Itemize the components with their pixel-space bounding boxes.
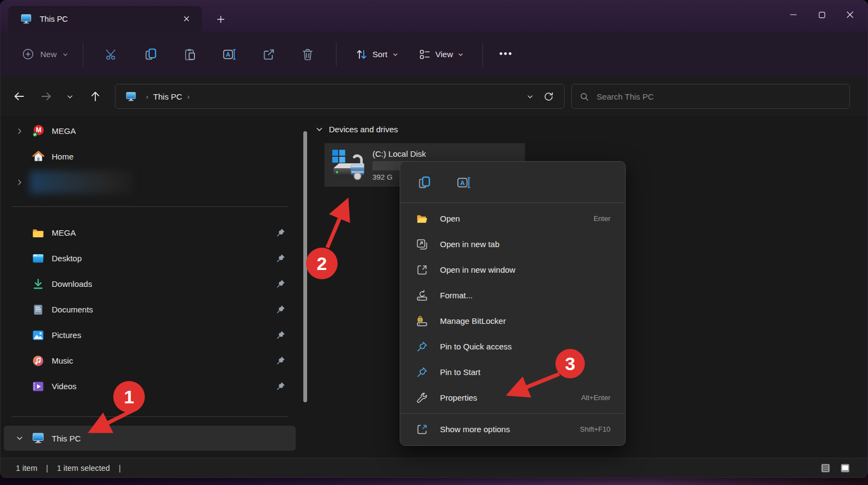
delete-button[interactable] [295, 41, 321, 67]
sidebar-item-label: Desktop [52, 254, 271, 263]
sidebar-item-redacted[interactable] [4, 169, 296, 195]
paste-button[interactable] [177, 41, 203, 67]
sort-icon [355, 48, 368, 61]
sidebar-item-this-pc[interactable]: This PC [4, 426, 296, 451]
desktop-icon [31, 252, 45, 265]
large-icons-view-button[interactable] [838, 462, 852, 475]
close-icon [846, 10, 854, 19]
search-box[interactable] [571, 84, 850, 109]
menu-item-properties[interactable]: Properties Alt+Enter [403, 385, 622, 410]
menu-item-open[interactable]: Open Enter [403, 206, 622, 231]
sidebar-item-label: Music [52, 356, 271, 365]
menu-item-manage-bitlocker[interactable]: Manage BitLocker [403, 308, 622, 334]
chevron-down-icon [66, 93, 74, 101]
sidebar-item-documents[interactable]: Documents [4, 297, 296, 322]
separator [11, 206, 288, 207]
menu-item-format[interactable]: Format... [403, 283, 622, 308]
recent-locations-button[interactable] [60, 85, 79, 107]
drive-bitlocker-unlocked-icon [329, 147, 366, 183]
address-dropdown-button[interactable] [521, 87, 539, 106]
breadcrumb-chevron[interactable]: › [187, 93, 190, 101]
up-button[interactable] [84, 85, 106, 107]
sidebar-item-videos[interactable]: Videos [4, 373, 296, 399]
sidebar-item-pictures[interactable]: Pictures [4, 322, 296, 348]
separator [401, 202, 625, 203]
svg-text:A: A [460, 179, 464, 187]
cut-button[interactable] [99, 41, 125, 67]
monitor-icon [31, 432, 45, 445]
navigation-bar: › This PC › [1, 77, 867, 116]
downloads-icon [31, 278, 45, 291]
address-bar[interactable]: › This PC › [115, 84, 565, 109]
status-bar: 1 item | 1 item selected | [1, 458, 867, 477]
rename-button[interactable]: A [453, 171, 474, 193]
large-icons-view-icon [839, 463, 851, 474]
pin-icon [271, 382, 290, 391]
back-icon [13, 90, 26, 103]
chevron-right-icon[interactable] [13, 179, 27, 186]
new-label: New [40, 50, 57, 59]
devices-and-drives-header[interactable]: Devices and drives [315, 125, 398, 134]
sidebar-item-downloads[interactable]: Downloads [4, 271, 296, 297]
chevron-down-icon[interactable] [315, 125, 323, 133]
tab-this-pc[interactable]: This PC [8, 6, 202, 32]
chevron-down-icon[interactable] [13, 434, 27, 442]
share-icon [261, 47, 276, 62]
rename-icon: A [456, 175, 471, 190]
search-icon [579, 91, 589, 102]
breadcrumb-chevron: › [146, 93, 148, 101]
rename-icon: A [222, 47, 236, 62]
minimize-button[interactable] [779, 4, 808, 26]
section-title: Devices and drives [329, 125, 398, 134]
more-options-button[interactable]: ••• [492, 44, 521, 64]
chevron-down-icon [62, 51, 69, 58]
show-more-icon [415, 422, 429, 436]
sidebar-item-desktop[interactable]: Desktop [4, 245, 296, 271]
sidebar-item-home[interactable]: Home [4, 144, 296, 169]
sidebar-item-label: Downloads [52, 279, 271, 288]
rename-button[interactable]: A [216, 41, 242, 67]
menu-item-open-in-new-tab[interactable]: Open in new tab [403, 231, 622, 257]
chevron-right-icon[interactable] [13, 127, 27, 135]
sidebar-item-label: Documents [52, 305, 271, 314]
menu-item-label: Pin to Quick access [440, 342, 610, 351]
pin-icon [271, 254, 290, 263]
refresh-button[interactable] [539, 87, 558, 106]
menu-item-label: Open in new tab [440, 240, 610, 249]
share-button[interactable] [255, 41, 282, 67]
sidebar-item-label: This PC [52, 434, 290, 443]
menu-item-pin-to-start[interactable]: Pin to Start [403, 359, 622, 385]
sort-button[interactable]: Sort [350, 44, 404, 65]
breadcrumb-this-pc[interactable]: This PC [153, 92, 182, 101]
menu-item-open-in-new-window[interactable]: Open in new window [403, 257, 622, 283]
copy-button[interactable] [138, 41, 164, 67]
maximize-button[interactable] [808, 4, 836, 26]
folder-open-icon [415, 212, 429, 225]
cut-icon [105, 47, 119, 62]
close-icon [182, 15, 191, 23]
view-button[interactable]: View [413, 44, 469, 65]
sidebar-item-mega-cloud[interactable]: M MEGA [4, 118, 296, 144]
menu-item-shortcut: Alt+Enter [581, 394, 610, 402]
monitor-icon [20, 13, 32, 25]
sidebar-scrollbar[interactable] [303, 131, 307, 402]
forward-button[interactable] [35, 85, 57, 107]
menu-item-show-more-options[interactable]: Show more options Shift+F10 [403, 416, 622, 442]
new-button[interactable]: New [16, 43, 74, 65]
sidebar-item-music[interactable]: Music [4, 348, 296, 373]
tab-close-button[interactable] [178, 11, 194, 27]
back-button[interactable] [8, 85, 30, 107]
new-tab-button[interactable] [212, 11, 229, 27]
close-window-button[interactable] [836, 4, 864, 26]
search-input[interactable] [596, 91, 842, 102]
sidebar-item-mega-folder[interactable]: MEGA [4, 220, 296, 245]
view-label: View [436, 50, 453, 59]
folder-icon [31, 226, 45, 240]
divider [83, 42, 83, 66]
details-view-button[interactable] [818, 462, 833, 475]
window-controls [779, 4, 864, 26]
copy-button[interactable] [413, 171, 435, 193]
menu-item-pin-to-quick-access[interactable]: Pin to Quick access [403, 334, 622, 359]
copy-icon [417, 175, 432, 190]
pin-icon [271, 330, 290, 340]
